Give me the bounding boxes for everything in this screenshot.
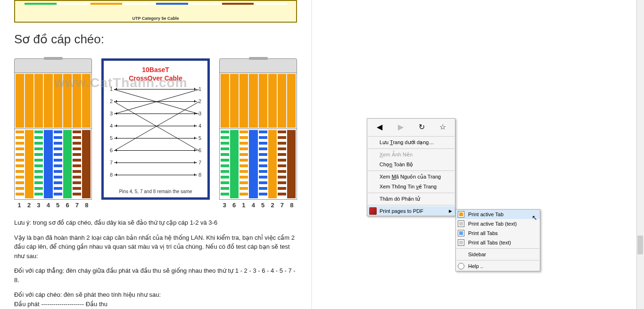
page-orange-icon — [458, 211, 464, 218]
menu-inspect-element[interactable]: Thăm dò Phần tử — [367, 194, 455, 204]
pages-text-icon — [458, 239, 464, 246]
book-icon — [369, 207, 377, 215]
utp-banner — [14, 0, 297, 23]
menu-print-pdf[interactable]: Print pages to PDF▶ — [367, 206, 455, 216]
submenu-arrow-icon: ▶ — [449, 209, 452, 213]
submenu-print-active-tab-text[interactable]: Print active Tab (text) — [456, 219, 540, 228]
nav-back-icon[interactable]: ◀ — [369, 122, 390, 132]
nav-forward-icon: ▶ — [390, 122, 412, 132]
nav-reload-icon[interactable]: ↻ — [411, 122, 432, 132]
nav-bookmark-icon[interactable]: ☆ — [432, 122, 454, 132]
submenu-print-active-tab[interactable]: Print active Tab — [456, 210, 540, 219]
mouse-cursor-icon: ↖ — [532, 214, 537, 221]
submenu-help[interactable]: ?Help .. — [456, 261, 540, 271]
rj45-right: 36145278 — [219, 58, 297, 209]
submenu-sidebar[interactable]: Sidebar — [456, 250, 540, 259]
menu-view-info[interactable]: Xem Thông Tin về Trang — [367, 182, 455, 192]
scrollbar-thumb[interactable] — [637, 236, 643, 254]
submenu-print-all-tabs[interactable]: Print all Tabs — [456, 228, 540, 238]
vertical-divider — [311, 0, 312, 309]
rj45-left: 12345678 — [14, 58, 92, 209]
crossover-schematic: 10BaseTCrossOver Cable 11 22 33 44 55 66… — [101, 58, 210, 200]
crossover-diagram-row: 12345678 10BaseTCrossOver Cable 11 22 33… — [14, 58, 297, 209]
submenu-print-all-tabs-text[interactable]: Print all Tabs (text) — [456, 238, 540, 247]
vertical-scrollbar[interactable] — [636, 0, 644, 309]
page-text-icon — [458, 220, 464, 227]
section-heading: Sơ đồ cáp chéo: — [14, 32, 297, 47]
pages-icon — [458, 230, 464, 236]
menu-save-as[interactable]: Lưu Trang dưới dạng… — [367, 138, 455, 147]
help-icon: ? — [458, 263, 464, 269]
menu-select-all[interactable]: Chọn Toàn Bộ — [367, 160, 455, 170]
print-pdf-submenu: Print active Tab Print active Tab (text)… — [455, 209, 540, 271]
page-content: Sơ đồ cáp chéo: www.CatThanh.com 1234567… — [0, 0, 311, 309]
menu-view-source[interactable]: Xem Mã Nguồn của Trang — [367, 172, 455, 182]
menu-view-background: Xem Ảnh Nền — [367, 150, 455, 160]
article-text: Lưu ý: trong sơ đồ cáp chéo, đầu dây kia… — [14, 218, 297, 309]
context-menu: ◀ ▶ ↻ ☆ Lưu Trang dưới dạng… Xem Ảnh Nền… — [367, 118, 455, 216]
